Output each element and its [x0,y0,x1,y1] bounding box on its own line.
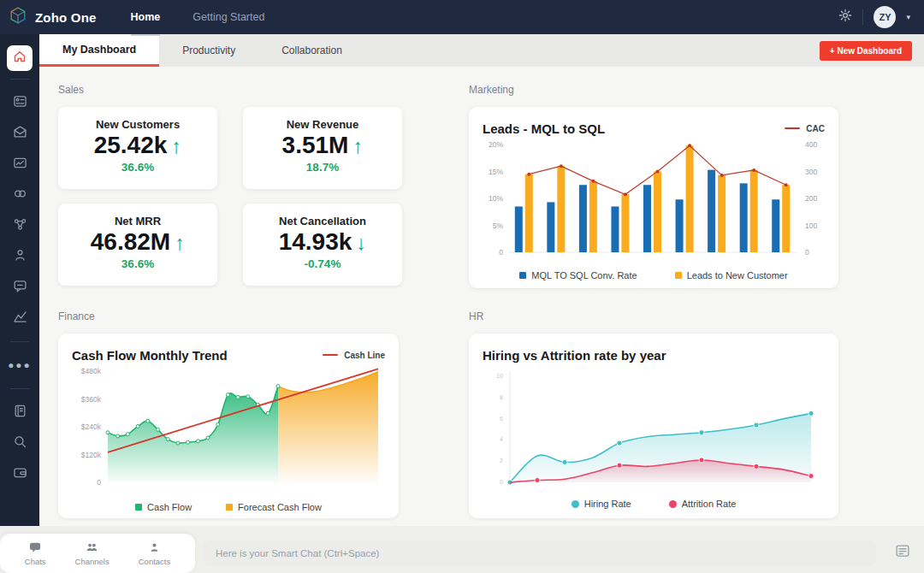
top-nav: Home Getting Started [131,0,265,34]
sidebar-item-people[interactable] [4,241,35,272]
chart-title: Leads - MQL to SQL [483,121,605,136]
svg-text:$480k: $480k [81,367,102,375]
kpi-value: 25.42k [94,132,168,158]
svg-text:10: 10 [496,373,503,379]
kpi-card-net-mrr: Net MRR 46.82M↑ 36.6% [58,204,217,286]
sidebar-divider [10,341,29,342]
svg-text:0: 0 [805,248,809,257]
sidebar-divider [10,79,29,80]
tab-productivity[interactable]: Productivity [159,34,258,67]
legend-cash-flow: Cash Flow [135,502,192,512]
kpi-change: 36.6% [58,161,217,174]
wallet-icon [13,465,27,483]
kpi-card-new-revenue: New Revenue 3.51M↑ 18.7% [243,107,402,189]
sidebar-item-home[interactable] [7,45,33,71]
notebook-icon [13,404,27,422]
section-label-marketing: Marketing [469,84,838,96]
sidebar-item-apps[interactable] [4,87,35,118]
cash-line-legend: Cash Line [323,351,385,360]
settings-gear-icon[interactable] [838,9,852,26]
kpi-value: 46.82M [91,228,170,255]
marketing-chart-card: Leads - MQL to SQL CAC 20%15%10%5%040030… [469,107,838,288]
arrow-up-icon: ↑ [352,134,363,157]
sidebar-item-connect[interactable] [4,210,35,241]
dock-label: Chats [25,557,46,566]
connect-icon [13,217,27,235]
finance-section: Finance Cash Flow Monthly Trend Cash Lin… [58,310,402,518]
sidebar-item-mail[interactable] [4,118,35,149]
legend-label: Leads to New Customer [687,270,788,281]
brand-name: Zoho One [35,10,97,25]
legend-label: Cash Line [344,351,385,360]
nav-home[interactable]: Home [131,0,161,36]
bottom-bar: Chats Channels Contacts [0,526,924,573]
svg-text:20%: 20% [489,140,503,149]
dock-item-chats[interactable]: Chats [25,541,46,566]
newsletter-icon[interactable] [895,543,910,562]
nav-getting-started[interactable]: Getting Started [192,0,264,34]
sidebar-item-wallet[interactable] [4,458,35,489]
social-icon [13,186,27,204]
dock-label: Channels [75,557,110,566]
hr-section: HR Hiring vs Attrition rate by year 1086… [469,310,838,518]
sidebar-item-projects[interactable] [4,149,35,180]
search-icon [13,434,27,452]
section-label-finance: Finance [58,310,402,322]
sidebar-divider [10,388,29,389]
legend-swatch [519,272,526,279]
legend-swatch [226,504,233,511]
sidebar-item-search[interactable] [4,428,35,458]
user-avatar[interactable]: ZY [874,6,896,28]
home-icon [13,50,27,67]
top-bar: Zoho One Home Getting Started ZY ▾ [0,0,924,34]
sidebar-item-analytics[interactable] [4,303,35,334]
chat-bubble-icon [29,541,41,555]
arrow-up-icon: ↑ [171,134,181,157]
sidebar-item-chat[interactable] [4,272,35,303]
people-group-icon [86,541,98,555]
brand[interactable]: Zoho One [0,6,97,28]
chart-title: Cash Flow Monthly Trend [72,348,228,363]
svg-text:400: 400 [805,140,817,149]
svg-text:300: 300 [805,168,817,176]
new-dashboard-button[interactable]: + New Dashboard [820,41,912,61]
apps-icon [13,94,27,112]
svg-text:4: 4 [500,436,503,442]
dock-item-contacts[interactable]: Contacts [139,541,171,566]
section-label-hr: HR [469,310,838,322]
chevron-down-icon[interactable]: ▾ [906,13,910,21]
dashboard-tabs: My Dashboard Productivity Collaboration … [39,34,924,67]
legend-label: MQL TO SQL Conv. Rate [531,270,637,281]
legend-label: Hiring Rate [584,499,631,509]
legend-label: CAC [806,124,825,133]
svg-text:6: 6 [500,416,503,422]
svg-text:200: 200 [805,194,817,203]
chart-title: Hiring vs Attrition rate by year [483,348,666,363]
more-apps-icon[interactable]: ●●● [4,350,35,381]
sidebar-item-social[interactable] [4,180,35,210]
arrow-down-icon: ↓ [356,231,366,254]
legend-line-swatch [323,354,338,356]
kpi-title: Net Cancellation [243,215,402,227]
svg-text:$240k: $240k [81,422,102,431]
tab-my-dashboard[interactable]: My Dashboard [39,34,159,67]
kpi-title: New Revenue [243,118,402,131]
person-icon [149,541,160,555]
kpi-change: 18.7% [243,161,402,174]
sidebar-item-notebook[interactable] [4,397,35,428]
legend-line-swatch [785,127,800,129]
left-sidebar: ●●● [0,34,39,526]
smart-chat-input[interactable]: Here is your Smart Chat (Ctrl+Space) [204,541,876,566]
svg-text:2: 2 [500,458,503,464]
dock-item-channels[interactable]: Channels [75,541,110,566]
legend-mql-sql: MQL TO SQL Conv. Rate [519,270,637,281]
legend-attrition-rate: Attrition Rate [669,499,737,509]
chat-icon [13,279,27,297]
marketing-section: Marketing Leads - MQL to SQL CAC 20%15%1… [469,84,838,288]
kpi-change: -0.74% [243,257,402,270]
tab-collaboration[interactable]: Collaboration [258,34,365,67]
kpi-title: Net MRR [58,215,217,227]
svg-text:0: 0 [500,479,503,485]
finance-chart-card: Cash Flow Monthly Trend Cash Line $480k$… [58,334,399,518]
kpi-change: 36.6% [58,257,217,270]
